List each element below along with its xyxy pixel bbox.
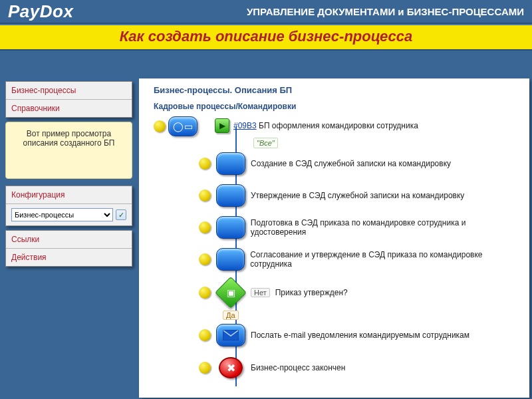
bullet-icon: [199, 362, 211, 374]
config-select[interactable]: Бизнес-процессы: [11, 208, 113, 221]
flow-start-node[interactable]: ◯▭: [168, 116, 198, 136]
top-bar: PayDox УПРАВЛЕНИЕ ДОКУМЕНТАМИ и БИЗНЕС-П…: [0, 0, 532, 24]
play-icon[interactable]: ▶: [215, 118, 229, 133]
decision-yes-label: Да: [223, 311, 239, 320]
flow-decision-node[interactable]: ▣: [215, 277, 247, 309]
sidebar-item-links[interactable]: Ссылки: [6, 231, 132, 249]
breadcrumb[interactable]: Бизнес-процессы. Описания БП: [154, 85, 523, 95]
step-caption: Создание в СЭД служебной записки на кома…: [251, 159, 451, 168]
bullet-icon: [154, 120, 166, 132]
bullet-icon: [199, 287, 211, 299]
sidebar-item-actions[interactable]: Действия: [6, 249, 132, 266]
bullet-icon: [199, 329, 211, 341]
flowchart: ◯▭ ▶ #09B3 БП оформления командировки со…: [154, 116, 523, 398]
bullet-icon: [199, 158, 211, 170]
decision-no-label: Нет: [251, 288, 270, 297]
sidebar-item-references[interactable]: Справочники: [6, 100, 132, 117]
flow-task-node[interactable]: [216, 216, 245, 239]
step-caption: Согласование и утверждение в СЭД приказа…: [250, 250, 523, 269]
app-subtitle: УПРАВЛЕНИЕ ДОКУМЕНТАМИ и БИЗНЕС-ПРОЦЕССА…: [247, 6, 524, 17]
flow-group-label: "Все": [253, 138, 278, 148]
start-caption: #09B3 БП оформления командировки сотрудн…: [233, 121, 418, 130]
flow-task-node[interactable]: [216, 184, 245, 207]
bullet-icon: [199, 221, 211, 233]
flow-mail-node[interactable]: [216, 324, 245, 346]
step-caption: Утверждение в СЭД служебной записки на к…: [251, 191, 464, 200]
flow-task-node[interactable]: [216, 248, 245, 271]
mail-icon: [223, 330, 239, 340]
flow-task-node[interactable]: [216, 152, 245, 175]
end-caption: Бизнес-процесс закончен: [251, 363, 345, 372]
apply-config-button[interactable]: ✓: [116, 209, 126, 220]
main-content: Бизнес-процессы. Описания БП Кадровые пр…: [139, 78, 529, 398]
sidebar-group-main: Бизнес-процессы Справочники: [5, 81, 132, 118]
sidebar-item-processes[interactable]: Бизнес-процессы: [6, 82, 132, 100]
decision-caption: Приказ утвержден?: [275, 288, 348, 297]
sidebar: Бизнес-процессы Справочники Вот пример п…: [0, 51, 136, 399]
bullet-icon: [199, 190, 211, 201]
bullet-icon: [199, 253, 211, 265]
mail-caption: Послать e-mail уведомления командируемым…: [251, 331, 469, 340]
step-caption: Подготовка в СЭД приказа по командировке…: [251, 218, 523, 237]
help-callout: Вот пример просмотра описания созданного…: [5, 122, 132, 179]
flow-end-node[interactable]: ✖: [219, 357, 243, 378]
logo: PayDox: [8, 1, 73, 22]
page-title-banner: Как создать описание бизнес-процесса: [0, 24, 532, 51]
sidebar-item-config[interactable]: Конфигурация: [6, 186, 132, 204]
sub-breadcrumb[interactable]: Кадровые процессы/Командировки: [154, 102, 523, 111]
start-ref-link[interactable]: #09B3: [233, 121, 257, 130]
sidebar-group-extra: Ссылки Действия: [5, 230, 132, 267]
sidebar-group-config: Конфигурация Бизнес-процессы ✓: [5, 186, 132, 226]
